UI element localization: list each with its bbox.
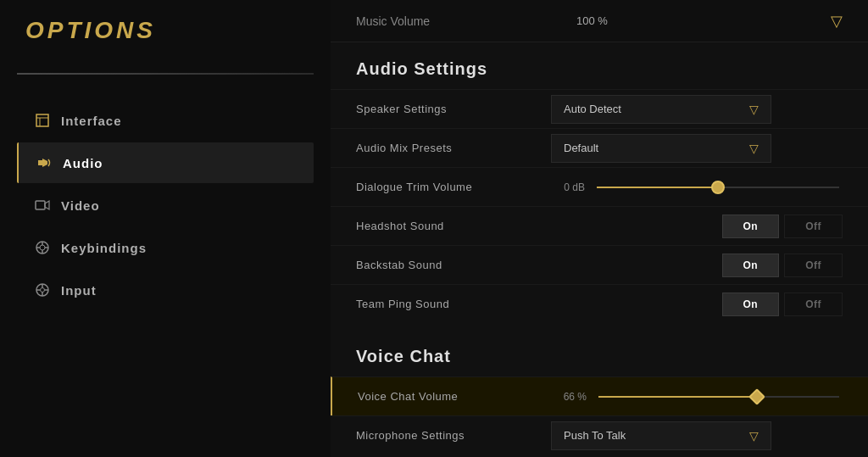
sidebar-item-label-video: Video <box>61 198 100 213</box>
speaker-settings-label: Speaker Settings <box>356 103 551 115</box>
microphone-settings-chevron-icon: ▽ <box>749 429 759 443</box>
sidebar-item-label-input: Input <box>61 283 97 298</box>
team-ping-sound-row: Team Ping Sound On Off <box>331 284 868 323</box>
audio-mix-presets-chevron-icon: ▽ <box>749 142 759 155</box>
speaker-settings-dropdown[interactable]: Auto Detect ▽ <box>551 95 771 124</box>
nav-menu: Interface Audio <box>0 100 331 310</box>
svg-rect-5 <box>36 201 45 209</box>
music-volume-label: Music Volume <box>356 14 526 28</box>
voice-chat-header: Voice Chat <box>331 330 868 376</box>
svg-rect-0 <box>36 114 48 126</box>
sidebar-item-keybindings[interactable]: Keybindings <box>17 227 314 268</box>
speaker-settings-chevron-icon: ▽ <box>749 103 759 116</box>
dialogue-trim-thumb[interactable] <box>711 181 725 194</box>
app-container: OPTIONS Interface <box>0 0 868 457</box>
speaker-settings-row: Speaker Settings Auto Detect ▽ <box>331 89 868 128</box>
sidebar-divider <box>17 73 314 75</box>
backstab-sound-off-button[interactable]: Off <box>784 254 843 277</box>
dialogue-trim-volume-label: Dialogue Trim Volume <box>356 181 551 193</box>
dialogue-trim-fill <box>597 187 718 188</box>
backstab-sound-row: Backstab Sound On Off <box>331 245 868 284</box>
audio-icon <box>36 154 53 171</box>
dialogue-trim-unit: 0 dB <box>551 181 585 193</box>
music-volume-chevron-icon: ▽ <box>831 12 843 31</box>
sidebar-top-bar <box>0 61 331 86</box>
audio-mix-presets-row: Audio Mix Presets Default ▽ <box>331 128 868 167</box>
voice-chat-volume-track[interactable] <box>598 396 839 398</box>
voice-chat-volume-label: Voice Chat Volume <box>358 390 553 403</box>
audio-mix-presets-dropdown[interactable]: Default ▽ <box>551 134 771 163</box>
svg-marker-4 <box>42 159 47 167</box>
voice-chat-volume-unit: 66 % <box>553 391 587 403</box>
audio-mix-presets-label: Audio Mix Presets <box>356 142 551 154</box>
voice-chat-volume-thumb[interactable] <box>749 388 766 405</box>
keybindings-icon <box>34 239 51 256</box>
app-title: OPTIONS <box>0 17 331 61</box>
headshot-sound-label: Headshot Sound <box>356 220 551 232</box>
headshot-sound-off-button[interactable]: Off <box>784 215 843 238</box>
team-ping-sound-off-button[interactable]: Off <box>784 293 843 316</box>
svg-point-8 <box>40 245 45 250</box>
audio-settings-header: Audio Settings <box>331 42 868 89</box>
sidebar-item-input[interactable]: Input <box>17 270 314 310</box>
sidebar-item-label-keybindings: Keybindings <box>61 241 147 255</box>
dialogue-trim-volume-row: Dialogue Trim Volume 0 dB <box>331 167 868 206</box>
voice-chat-volume-row: Voice Chat Volume 66 % <box>331 376 868 415</box>
speaker-settings-value: Auto Detect <box>564 103 621 115</box>
top-partial-row: Music Volume 100 % ▽ <box>331 0 868 42</box>
input-icon <box>34 281 51 298</box>
sidebar: OPTIONS Interface <box>0 0 331 457</box>
team-ping-sound-label: Team Ping Sound <box>356 298 551 310</box>
interface-icon <box>34 112 51 129</box>
headshot-sound-row: Headshot Sound On Off <box>331 206 868 245</box>
sidebar-item-label-interface: Interface <box>61 114 122 128</box>
microphone-settings-dropdown[interactable]: Push To Talk ▽ <box>551 421 771 450</box>
audio-mix-presets-value: Default <box>564 142 598 154</box>
sidebar-item-label-audio: Audio <box>63 156 103 170</box>
team-ping-sound-toggle-group: On Off <box>722 293 843 316</box>
svg-rect-3 <box>38 160 42 165</box>
headshot-sound-on-button[interactable]: On <box>722 215 780 238</box>
music-volume-value: 100 % <box>576 14 608 27</box>
sidebar-item-video[interactable]: Video <box>17 185 314 226</box>
main-content: Music Volume 100 % ▽ Audio Settings Spea… <box>331 0 868 457</box>
video-icon <box>34 197 51 214</box>
sidebar-item-interface[interactable]: Interface <box>17 100 314 141</box>
voice-chat-volume-slider-container: 66 % <box>553 391 843 403</box>
backstab-sound-on-button[interactable]: On <box>722 254 780 277</box>
backstab-sound-toggle-group: On Off <box>722 254 843 277</box>
headshot-sound-toggle-group: On Off <box>722 215 843 238</box>
svg-point-14 <box>41 288 45 293</box>
dialogue-trim-track[interactable] <box>597 187 839 188</box>
backstab-sound-label: Backstab Sound <box>356 259 551 271</box>
sidebar-item-audio[interactable]: Audio <box>17 142 314 183</box>
dialogue-trim-slider-container: 0 dB <box>551 181 843 193</box>
microphone-settings-label: Microphone Settings <box>356 429 551 442</box>
microphone-settings-value: Push To Talk <box>564 429 626 442</box>
team-ping-sound-on-button[interactable]: On <box>722 293 780 316</box>
voice-chat-volume-fill <box>598 396 757 398</box>
microphone-settings-row: Microphone Settings Push To Talk ▽ <box>331 415 868 454</box>
